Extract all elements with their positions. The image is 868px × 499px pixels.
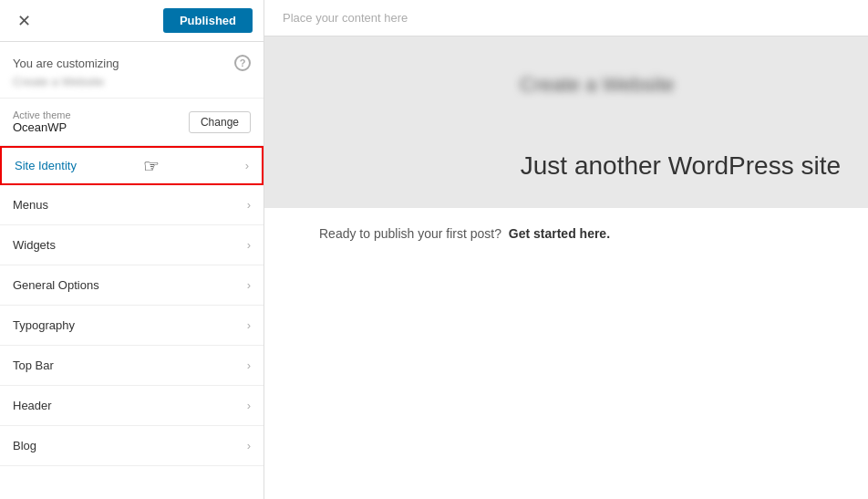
chevron-right-icon: › <box>247 359 251 372</box>
customizing-label: You are customizing ? <box>13 55 251 71</box>
active-theme-section: Active theme OceanWP Change <box>0 99 264 146</box>
sidebar-topbar: ✕ Published <box>0 0 264 42</box>
sidebar-item-site-identity-label: Site Identity <box>15 159 77 172</box>
chevron-right-icon: › <box>245 159 249 172</box>
sidebar-item-blog[interactable]: Blog › <box>0 426 264 466</box>
customizing-section: You are customizing ? Create a Website <box>0 42 264 99</box>
chevron-right-icon: › <box>247 439 251 452</box>
sidebar-item-widgets[interactable]: Widgets › <box>0 225 264 265</box>
close-button[interactable]: ✕ <box>11 8 36 34</box>
sidebar-item-site-identity[interactable]: Site Identity ☞ › <box>0 146 264 185</box>
chevron-right-icon: › <box>247 198 251 212</box>
help-icon[interactable]: ? <box>234 55 251 71</box>
chevron-right-icon: › <box>247 399 251 412</box>
sidebar-item-menus-label: Menus <box>13 198 48 212</box>
cursor-hand-icon: ☞ <box>143 155 160 177</box>
content-bar: Place your content here <box>264 0 868 36</box>
close-icon: ✕ <box>17 11 31 31</box>
site-tagline: Just another WordPress site <box>292 151 841 181</box>
chevron-right-icon: › <box>247 238 251 252</box>
sidebar-item-blog-label: Blog <box>13 439 36 452</box>
sidebar-item-header[interactable]: Header › <box>0 386 264 426</box>
hero-section: Create a Website <box>264 36 868 133</box>
sidebar-item-general-options-label: General Options <box>13 278 99 292</box>
customizing-text: You are customizing <box>13 57 119 70</box>
published-button[interactable]: Published <box>163 8 253 33</box>
site-name-blurred: Create a Website <box>13 75 251 88</box>
main-content: Place your content here Create a Website… <box>264 0 868 499</box>
sidebar-item-header-label: Header <box>13 399 52 412</box>
active-theme-label: Active theme <box>13 109 71 120</box>
active-theme-info: Active theme OceanWP <box>13 109 71 134</box>
sidebar-item-top-bar[interactable]: Top Bar › <box>0 346 264 386</box>
menu-items-list: Site Identity ☞ › Menus › Widgets › Gene… <box>0 146 264 499</box>
tagline-container: Just another WordPress site <box>264 133 868 208</box>
change-theme-button[interactable]: Change <box>189 111 251 133</box>
blog-section: Ready to publish your first post? Get st… <box>264 208 868 499</box>
site-title-blurred: Create a Website <box>520 73 675 97</box>
sidebar-item-top-bar-label: Top Bar <box>13 359 54 372</box>
blog-intro-text: Ready to publish your first post? Get st… <box>319 226 813 241</box>
sidebar-item-typography-label: Typography <box>13 318 75 332</box>
chevron-right-icon: › <box>247 318 251 332</box>
sidebar-item-general-options[interactable]: General Options › <box>0 265 264 306</box>
active-theme-name: OceanWP <box>13 120 71 134</box>
preview-area: Create a Website Just another WordPress … <box>264 36 868 499</box>
sidebar-item-widgets-label: Widgets <box>13 238 56 252</box>
sidebar: ✕ Published You are customizing ? Create… <box>0 0 264 499</box>
blog-intro-label: Ready to publish your first post? <box>319 226 501 241</box>
sidebar-item-typography[interactable]: Typography › <box>0 306 264 346</box>
get-started-link[interactable]: Get started here. <box>509 226 610 241</box>
sidebar-item-menus[interactable]: Menus › <box>0 185 264 225</box>
chevron-right-icon: › <box>247 278 251 292</box>
content-placeholder-text: Place your content here <box>283 11 408 25</box>
